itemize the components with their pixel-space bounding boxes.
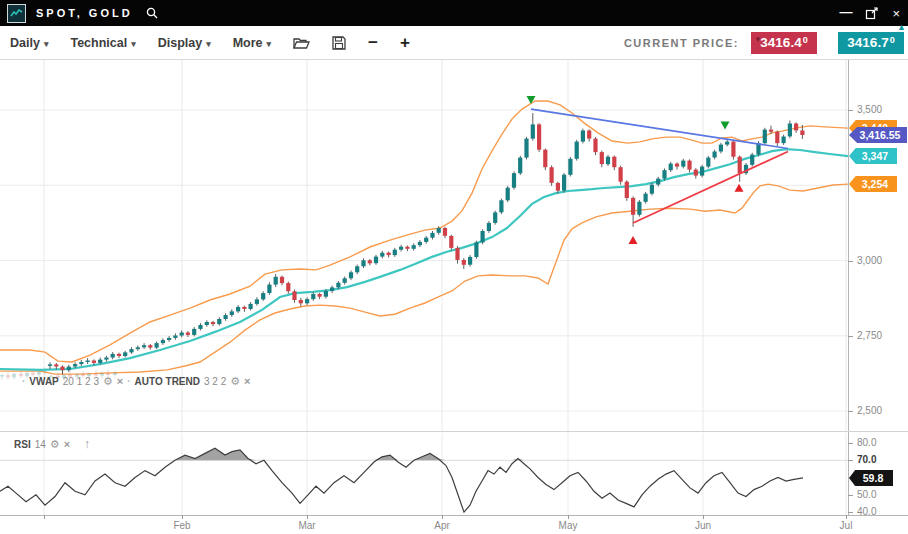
- price-up-icon: ▲: [897, 22, 906, 32]
- gear-icon[interactable]: ⚙: [103, 376, 113, 387]
- gear-icon[interactable]: ⚙: [230, 376, 240, 387]
- time-axis: FebMarAprMayJunJul: [0, 515, 908, 534]
- remove-indicator-icon[interactable]: ×: [244, 376, 250, 387]
- rsi-value-badge: 59.8: [849, 470, 893, 486]
- window-controls: — ×: [839, 7, 900, 20]
- app-chart-icon: [7, 4, 26, 23]
- rsi-axis-label: 80.0: [857, 437, 876, 448]
- search-icon[interactable]: [145, 6, 159, 20]
- window-title: SPOT, GOLD: [36, 7, 133, 19]
- rsi-legend-params: 14: [35, 439, 46, 450]
- month-label: Apr: [427, 520, 457, 531]
- price-axis-line: [848, 60, 849, 515]
- minimize-button[interactable]: —: [839, 5, 852, 18]
- remove-indicator-icon[interactable]: ×: [117, 376, 123, 387]
- chevron-down-icon: ▾: [267, 39, 272, 49]
- rsi-canvas[interactable]: [0, 433, 848, 515]
- main-pane-legend: · VWAP 20 1 2 3 ⚙ × · AUTO TREND 3 2 2 ⚙…: [22, 376, 251, 387]
- rsi-axis-label: 70.0: [857, 454, 876, 465]
- price-down-icon: ▼: [754, 35, 762, 44]
- price-badge: 3,347: [849, 148, 897, 164]
- close-icon[interactable]: ×: [892, 7, 900, 20]
- remove-indicator-icon[interactable]: ×: [64, 439, 70, 450]
- zoom-out-button[interactable]: −: [368, 34, 378, 51]
- popout-button[interactable]: [865, 7, 879, 20]
- price-badge: 3,416.55: [849, 127, 907, 143]
- chevron-down-icon: ▾: [44, 39, 49, 49]
- current-price-label: CURRENT PRICE:: [624, 37, 739, 49]
- month-label: Jun: [688, 520, 718, 531]
- rsi-legend-name: RSI: [14, 439, 31, 450]
- open-folder-icon[interactable]: [293, 36, 310, 50]
- rsi-axis-label: 50.0: [857, 489, 876, 500]
- price-axis-label: 2,750: [857, 330, 882, 341]
- menu-more[interactable]: More▾: [233, 36, 271, 50]
- month-label: Feb: [167, 520, 197, 531]
- month-label: May: [553, 520, 583, 531]
- trading-chart-window: SPOT, GOLD — × Daily▾ Technical▾ Display…: [0, 0, 908, 534]
- menu-display[interactable]: Display▾: [158, 36, 211, 50]
- band-lower-line: [0, 184, 848, 374]
- move-pane-up-icon[interactable]: ↑: [84, 438, 90, 450]
- price-axis-label: 3,500: [857, 104, 882, 115]
- rsi-overbought-fill: [0, 448, 803, 460]
- candlestick-series: [48, 113, 805, 374]
- month-label: Mar: [292, 520, 322, 531]
- rsi-legend: RSI 14 ⚙ × ↑: [14, 438, 90, 450]
- sell-signal-arrow: [721, 122, 730, 130]
- buy-signal-arrow: [629, 236, 638, 244]
- sell-signal-arrow: [527, 96, 536, 104]
- trendline-support[interactable]: [633, 152, 788, 223]
- toolbar: Daily▾ Technical▾ Display▾ More▾ − + CUR…: [0, 26, 908, 60]
- title-bar: SPOT, GOLD — ×: [0, 0, 908, 26]
- band-upper-line: [0, 101, 848, 362]
- price-axis-label: 2,500: [857, 405, 882, 416]
- menu-technical[interactable]: Technical▾: [70, 36, 135, 50]
- month-label: Jul: [831, 520, 861, 531]
- gear-icon[interactable]: ⚙: [50, 439, 60, 450]
- ask-price-badge: 3416.70 ▲: [838, 32, 904, 54]
- chevron-down-icon: ▾: [206, 39, 211, 49]
- chevron-down-icon: ▾: [131, 39, 136, 49]
- zoom-in-button[interactable]: +: [400, 34, 410, 51]
- menu-daily[interactable]: Daily▾: [10, 36, 48, 50]
- bid-price-badge: ▼ 3416.40: [751, 32, 817, 54]
- rsi-pane[interactable]: [0, 433, 848, 515]
- autotrend-legend-name: AUTO TREND: [135, 376, 200, 387]
- price-axis-label: 3,000: [857, 255, 882, 266]
- pane-divider: [0, 431, 908, 432]
- price-badge: 3,440: [849, 120, 897, 136]
- vwap-legend-name: VWAP: [29, 376, 58, 387]
- vwap-legend-params: 20 1 2 3: [63, 376, 99, 387]
- save-icon[interactable]: [332, 36, 346, 50]
- rsi-line: [0, 448, 803, 512]
- price-badge: 3,254: [849, 176, 897, 192]
- autotrend-legend-params: 3 2 2: [204, 376, 226, 387]
- trendline-resistance[interactable]: [531, 109, 788, 148]
